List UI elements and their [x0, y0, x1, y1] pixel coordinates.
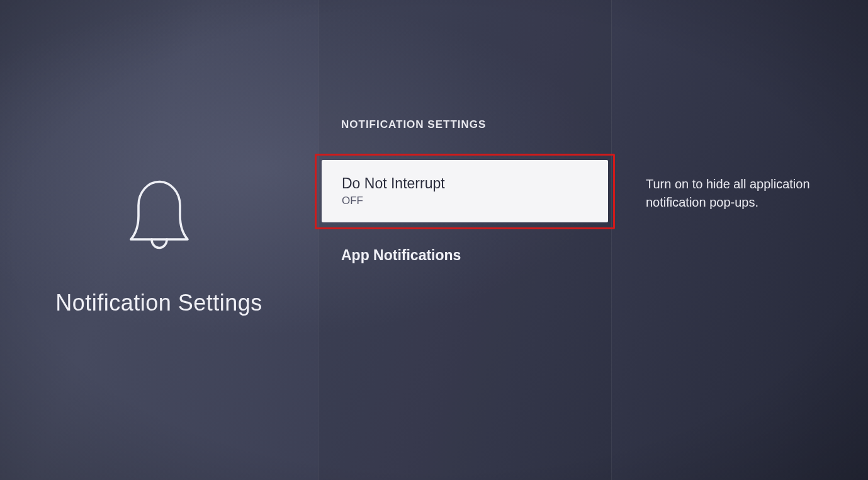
section-header: NOTIFICATION SETTINGS: [318, 118, 611, 149]
menu-item-app-notifications[interactable]: App Notifications: [318, 224, 611, 280]
menu-item-title: Do Not Interrupt: [342, 175, 588, 192]
left-panel: Notification Settings: [0, 0, 318, 480]
page-title: Notification Settings: [55, 290, 262, 316]
menu-item-do-not-interrupt[interactable]: Do Not Interrupt OFF: [322, 160, 608, 222]
selection-highlight: Do Not Interrupt OFF: [315, 154, 615, 229]
menu-item-title: App Notifications: [341, 247, 589, 264]
bell-icon: [112, 164, 206, 258]
right-panel: Turn on to hide all application notifica…: [612, 0, 868, 480]
menu-item-value: OFF: [342, 195, 588, 207]
center-panel: NOTIFICATION SETTINGS Do Not Interrupt O…: [318, 0, 612, 480]
item-description: Turn on to hide all application notifica…: [646, 175, 843, 212]
